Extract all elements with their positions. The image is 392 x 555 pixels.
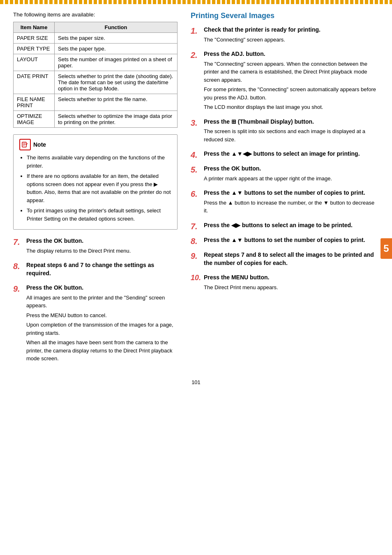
step-body: The "Connecting" screen appears. When th… — [204, 60, 379, 84]
right-step: 1.Check that the printer is ready for pr… — [191, 26, 379, 45]
step-content: Press the ◀▶ buttons to select an image … — [204, 221, 379, 231]
step-title: Check that the printer is ready for prin… — [204, 26, 379, 34]
step-content: Press the ▲▼ buttons to set the number o… — [204, 189, 379, 216]
section-title: Printing Several Images — [191, 12, 379, 20]
step-body: The display returns to the Direct Print … — [26, 247, 178, 255]
step-body: For some printers, the "Connecting" scre… — [204, 85, 379, 101]
step-body: Upon completion of the transmission of t… — [26, 321, 178, 337]
right-step: 2.Press the ADJ. button.The "Connecting"… — [191, 50, 379, 113]
step-content: Press the ADJ. button.The "Connecting" s… — [204, 50, 379, 113]
step-number: 4. — [191, 150, 202, 160]
step-number: 1. — [191, 26, 202, 36]
step-title: Press the ▲▼ buttons to set the number o… — [204, 236, 379, 244]
step-number: 5. — [191, 165, 202, 175]
step-body: When all the images have been sent from … — [26, 339, 178, 363]
left-column: The following items are available: Item … — [13, 12, 178, 369]
col2-header: Function — [55, 22, 178, 33]
note-item: To print images using the printer's defa… — [27, 207, 171, 223]
step-content: Press the OK button.All images are sent … — [26, 284, 178, 364]
step-title: Press the OK button. — [26, 284, 178, 292]
left-steps: 7.Press the OK button.The display return… — [13, 237, 178, 364]
table-cell-function: Selects whether to print the date (shoot… — [55, 71, 178, 94]
table-cell-function: Selects whether to print the file name. — [55, 94, 178, 111]
step-content: Press the MENU button.The Direct Print m… — [204, 274, 379, 293]
note-label: Note — [33, 141, 46, 148]
table-cell-name: PAPER TYPE — [14, 44, 55, 54]
left-step: 8.Repeat steps 6 and 7 to change the set… — [13, 261, 178, 279]
step-title: Press the ◀▶ buttons to select an image … — [204, 221, 379, 230]
note-icon — [19, 139, 31, 150]
page-container: The following items are available: Item … — [0, 12, 392, 369]
note-list: The items available vary depending on th… — [19, 154, 171, 223]
intro-text: The following items are available: — [13, 12, 178, 18]
col1-header: Item Name — [14, 22, 55, 33]
step-title: Press the ▲▼ buttons to set the number o… — [204, 189, 379, 197]
right-step: 3.Press the ⊞ (Thumbnail Display) button… — [191, 118, 379, 145]
right-step: 9.Repeat steps 7 and 8 to select all the… — [191, 251, 379, 269]
step-content: Check that the printer is ready for prin… — [204, 26, 379, 45]
note-item: If there are no options available for an… — [27, 172, 171, 204]
table-cell-function: Selects whether to optimize the image da… — [55, 111, 178, 128]
step-number: 7. — [13, 237, 25, 247]
step-content: Press the OK button.A printer mark appea… — [204, 165, 379, 184]
step-number: 6. — [191, 189, 202, 199]
top-border — [0, 0, 392, 4]
step-title: Press the ▲▼◀▶ buttons to select an imag… — [204, 150, 379, 158]
table-cell-function: Sets the paper size. — [55, 33, 178, 44]
step-body: The LCD monitor displays the last image … — [204, 103, 379, 111]
right-step: 4.Press the ▲▼◀▶ buttons to select an im… — [191, 150, 379, 160]
step-body: Press the ▲ button to increase the numbe… — [204, 199, 379, 215]
step-body: Press the MENU button to cancel. — [26, 311, 178, 320]
step-body: The "Connecting" screen appears. — [204, 36, 379, 44]
right-step: 8.Press the ▲▼ buttons to set the number… — [191, 236, 379, 246]
step-title: Press the OK button. — [204, 165, 379, 173]
table-cell-name: FILE NAME PRINT — [14, 94, 55, 111]
step-title: Press the ADJ. button. — [204, 50, 379, 58]
item-table: Item Name Function PAPER SIZESets the pa… — [13, 22, 178, 128]
step-number: 8. — [13, 261, 25, 271]
step-body: A printer mark appears at the upper righ… — [204, 175, 379, 183]
right-column: Printing Several Images 1.Check that the… — [187, 12, 379, 369]
step-number: 8. — [191, 236, 202, 246]
table-cell-function: Sets the number of images printed on a s… — [55, 54, 178, 71]
step-title: Press the MENU button. — [204, 274, 379, 282]
table-cell-name: LAYOUT — [14, 54, 55, 71]
right-steps: 1.Check that the printer is ready for pr… — [191, 26, 379, 293]
step-title: Press the ⊞ (Thumbnail Display) button. — [204, 118, 379, 126]
step-content: Press the ▲▼◀▶ buttons to select an imag… — [204, 150, 379, 160]
step-number: 3. — [191, 118, 202, 128]
step-body: The Direct Print menu appears. — [204, 283, 379, 292]
step-number: 9. — [191, 251, 202, 261]
left-step: 7.Press the OK button.The display return… — [13, 237, 178, 256]
note-header: Note — [19, 139, 171, 150]
step-content: Repeat steps 6 and 7 to change the setti… — [26, 261, 178, 279]
right-step: 5.Press the OK button.A printer mark app… — [191, 165, 379, 184]
side-tab: 5 — [380, 238, 392, 259]
step-content: Press the ⊞ (Thumbnail Display) button.T… — [204, 118, 379, 145]
left-step: 9.Press the OK button.All images are sen… — [13, 284, 178, 364]
step-number: 9. — [13, 284, 25, 294]
right-step: 6.Press the ▲▼ buttons to set the number… — [191, 189, 379, 216]
page-number: 101 — [0, 379, 392, 385]
step-number: 7. — [191, 221, 202, 231]
table-cell-name: DATE PRINT — [14, 71, 55, 94]
right-step: 7.Press the ◀▶ buttons to select an imag… — [191, 221, 379, 231]
table-cell-name: OPTIMIZE IMAGE — [14, 111, 55, 128]
table-cell-name: PAPER SIZE — [14, 33, 55, 44]
step-title: Repeat steps 7 and 8 to select all the i… — [204, 251, 379, 267]
step-title: Repeat steps 6 and 7 to change the setti… — [26, 261, 178, 277]
note-item: The items available vary depending on th… — [27, 154, 171, 170]
step-body: The screen is split into six sections an… — [204, 127, 379, 143]
right-step: 10.Press the MENU button.The Direct Prin… — [191, 274, 379, 293]
step-content: Repeat steps 7 and 8 to select all the i… — [204, 251, 379, 269]
table-cell-function: Sets the paper type. — [55, 44, 178, 54]
step-content: Press the OK button.The display returns … — [26, 237, 178, 256]
step-content: Press the ▲▼ buttons to set the number o… — [204, 236, 379, 246]
step-body: All images are sent to the printer and t… — [26, 294, 178, 310]
note-box: Note The items available vary depending … — [13, 134, 178, 230]
step-number: 10. — [191, 274, 202, 283]
step-number: 2. — [191, 50, 202, 60]
step-title: Press the OK button. — [26, 237, 178, 245]
